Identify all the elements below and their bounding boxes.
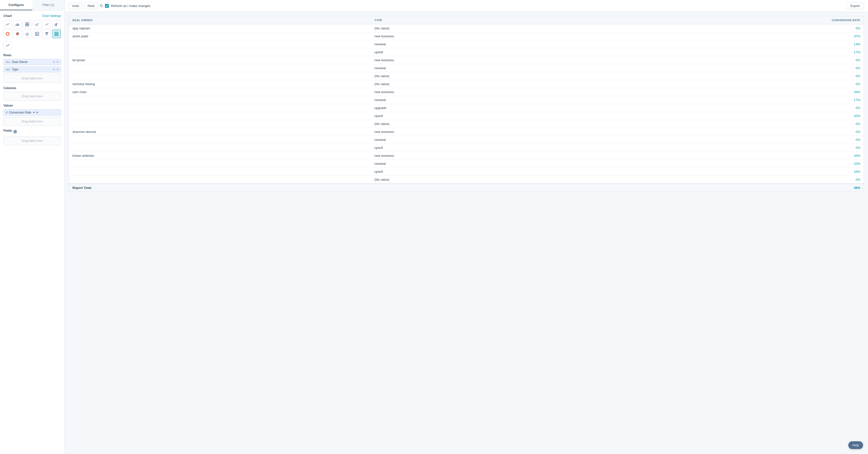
chart-icon-funnel[interactable] [42,30,51,38]
drag-rows-area[interactable]: Drag fields here [3,74,61,83]
col-header-conversion-rate: Conversion Rate [625,16,864,24]
field-tag-deal-owner: Abc Deal Owner ✏ ✕ [3,59,61,65]
cell-rate: 0% [625,128,864,136]
cell-rate: 17% [625,96,864,104]
cell-type: (No value) [371,120,625,128]
drag-fields-area[interactable]: Drag fields here [3,136,61,145]
cell-type: new business [371,32,625,40]
refresh-checkbox-label: Refresh as I make changes [105,4,150,8]
tab-configure[interactable]: Configure [0,0,32,10]
table-row: renewal0% [69,136,864,144]
table-row: nicholas hwang(No value)0% [69,80,864,88]
cell-type: new business [371,152,625,160]
col-header-deal-owner: Deal Owner [69,16,371,24]
chart-icon-scatter[interactable] [42,20,51,29]
chart-icon-bar[interactable] [13,20,22,29]
table-row: sam channew business26% [69,88,864,96]
help-button[interactable]: Help [848,441,863,449]
cell-rate: 0% [625,64,864,72]
cell-type: (No value) [371,176,625,184]
remove-type-icon[interactable]: ✕ [56,68,59,71]
cell-owner [69,48,371,56]
cell-owner [69,168,371,176]
export-button[interactable]: Export [846,2,864,9]
table-row: (No value)0% [69,176,864,184]
cell-rate: 14% [625,40,864,48]
cell-type: upsell [371,144,625,152]
svg-point-10 [47,24,48,25]
cell-type: (No value) [371,24,625,32]
cell-type: upsell [371,112,625,120]
svg-rect-2 [18,24,19,26]
cell-owner [69,96,371,104]
cell-type: new business [371,56,625,64]
cell-rate: 43% [625,152,864,160]
drag-values-area[interactable]: Drag fields here [3,117,61,126]
cell-type: upgrade [371,104,625,112]
cell-type: new business [371,128,625,136]
svg-rect-25 [46,34,48,34]
table-row: renewal14% [69,40,864,48]
svg-rect-5 [25,25,27,26]
edit-type-icon[interactable]: ✏ [53,68,55,71]
rows-label: Rows [3,54,61,57]
chart-settings-link[interactable]: Chart Settings [42,14,61,18]
cell-owner [69,176,371,184]
edit-deal-owner-icon[interactable]: ✏ [53,60,55,64]
chart-icon-area[interactable] [33,20,41,29]
undo-button[interactable]: Undo [69,3,83,9]
table-row: kit lymannew business0% [69,56,864,64]
remove-conversion-rate-icon[interactable]: ✕ [36,111,39,114]
fields-info-icon[interactable]: i [13,130,17,133]
cell-owner [69,160,371,168]
chart-icon-gauge[interactable] [23,30,31,38]
refresh-label: Refresh as I make changes [111,4,150,8]
cell-type: new business [371,88,625,96]
redo-button[interactable]: Redo [85,3,98,9]
chart-icon-combo[interactable] [52,20,61,29]
chart-icon-trend[interactable] [3,41,12,50]
field-tag-type: Abc Type ✏ ✕ [3,66,61,72]
svg-rect-12 [55,25,56,26]
table-row: upsell16% [69,168,864,176]
chart-icon-line[interactable] [3,20,12,29]
edit-conversion-rate-icon[interactable]: ✏ [33,111,35,114]
cell-type: (No value) [371,72,625,80]
tab-filter[interactable]: Filter (1) [32,0,65,10]
svg-rect-24 [45,32,48,33]
cell-rate: 0% [625,80,864,88]
cell-owner: anish patel [69,32,371,40]
svg-point-8 [45,25,46,26]
cell-type: upsell [371,168,625,176]
columns-label: Columns [3,86,61,90]
field-icon-hash: # [6,110,7,114]
chart-icon-pie[interactable] [13,30,22,38]
cell-type: renewal [371,40,625,48]
cell-owner [69,64,371,72]
chart-icon-pivot[interactable] [23,20,31,29]
table-row: renewal0% [69,64,864,72]
chart-icon-pivot-table[interactable] [52,30,61,38]
field-label-deal-owner: Deal Owner [12,60,51,64]
table-row: (No value)0% [69,72,864,80]
cell-rate: 0% [625,144,864,152]
cell-owner: sam chan [69,88,371,96]
table-row: upsell42% [69,112,864,120]
chart-icon-table[interactable] [33,30,41,38]
main-content: Undo Redo ↻ Refresh as I make changes Ex… [65,0,868,454]
cell-type: renewal [371,136,625,144]
chart-icon-donut[interactable] [3,30,12,38]
table-footer: Report Total 30% [69,184,864,192]
refresh-icon[interactable]: ↻ [100,3,103,8]
fields-label-row: Fields i [3,129,61,134]
cell-owner: tristan whitcher [69,152,371,160]
cell-type: renewal [371,160,625,168]
data-table: Deal Owner Type Conversion Rate ajay raj… [69,16,864,192]
field-icon-abc-type: Abc [6,68,10,71]
remove-deal-owner-icon[interactable]: ✕ [56,60,59,64]
cell-rate: 37% [625,32,864,40]
refresh-checkbox[interactable] [105,4,109,8]
drag-columns-area[interactable]: Drag fields here [3,92,61,101]
svg-rect-1 [17,23,18,26]
values-label: Values [3,104,61,107]
